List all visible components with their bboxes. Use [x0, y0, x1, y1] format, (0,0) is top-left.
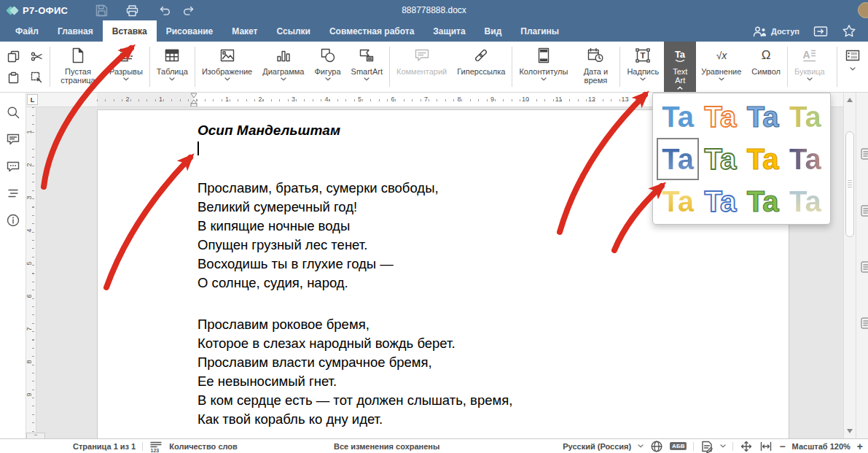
select-button[interactable]: [28, 68, 45, 88]
toolbar-button-smartart[interactable]: SmartArt: [346, 42, 388, 92]
toolbar-button-label: Таблица: [157, 67, 188, 76]
poem-line: Прославим власти сумрачное бремя,: [198, 353, 512, 372]
zoom-out-button[interactable]: −: [779, 441, 785, 452]
toolbar-button-chart[interactable]: Диаграмма: [257, 42, 309, 92]
chevron-down-icon: [638, 444, 644, 448]
textart-style-11[interactable]: Ta: [742, 180, 784, 222]
poem-line: Восходишь ты в глухие годы —: [198, 255, 439, 274]
tab-plugins[interactable]: Плагины: [511, 20, 568, 42]
textart-style-6[interactable]: Ta: [699, 138, 741, 180]
header-footer-icon: [535, 45, 552, 66]
fit-width-icon[interactable]: [759, 440, 773, 453]
settings-panel-icon[interactable]: [861, 205, 868, 220]
tab-stop-selector[interactable]: L: [27, 94, 38, 105]
page-indicator[interactable]: Страница 1 из 1: [73, 442, 136, 451]
open-file-location-icon[interactable]: [813, 26, 828, 37]
tab-protection[interactable]: Защита: [423, 20, 474, 42]
tab-insert[interactable]: Вставка: [103, 20, 157, 42]
scroll-up-arrow-icon[interactable]: [847, 98, 853, 102]
toolbar-button-hyperlink[interactable]: Гиперссылка: [452, 42, 510, 92]
toolbar-button-dropcap: AБуквица: [789, 42, 830, 92]
textart-style-7[interactable]: Ta: [742, 138, 784, 180]
toolbar-button-shape[interactable]: Фигура: [309, 42, 345, 92]
date-time-icon: [587, 45, 604, 66]
chevron-down-icon: [640, 77, 646, 82]
sidebar-item-about[interactable]: [6, 214, 20, 229]
toolbar-button-equation[interactable]: √xУравнение: [696, 42, 746, 92]
textart-style-8[interactable]: Ta: [784, 138, 826, 180]
ruler-number: 8: [26, 360, 33, 363]
ruler-number: 6: [391, 96, 394, 103]
vertical-ruler[interactable]: 123456789: [26, 107, 36, 438]
toolbar-button-breaks[interactable]: Разрывы: [104, 42, 148, 92]
ruler-number: 1: [26, 130, 33, 133]
copy-button[interactable]: [4, 47, 22, 66]
language-selector[interactable]: Русский (Россия): [563, 442, 631, 451]
toolbar-button-blank-page[interactable]: Пустая страница: [52, 42, 104, 92]
paste-button[interactable]: [4, 68, 22, 88]
tab-file[interactable]: Файл: [6, 20, 48, 42]
textart-style-4[interactable]: Ta: [784, 96, 826, 138]
settings-panel-icon[interactable]: [861, 261, 868, 276]
toolbar-button-label: Колонтитулы: [519, 67, 568, 76]
settings-panel-icon[interactable]: [861, 317, 868, 332]
toolbar-button-textbox[interactable]: TНадпись: [622, 42, 664, 92]
indent-markers[interactable]: [188, 93, 200, 107]
toolbar-button-image[interactable]: Изображение: [197, 42, 257, 92]
word-count-icon[interactable]: 123: [149, 440, 163, 453]
toolbar-button-label: Уравнение: [701, 67, 741, 76]
toolbar-button-headers-footers[interactable]: Колонтитулы: [514, 42, 573, 92]
toolbar-button-contents[interactable]: [839, 42, 867, 92]
tab-layout[interactable]: Макет: [222, 20, 267, 42]
textart-style-3[interactable]: Ta: [742, 96, 784, 138]
cut-button[interactable]: [28, 47, 45, 66]
tab-view[interactable]: Вид: [475, 20, 512, 42]
sidebar-item-comments[interactable]: [6, 133, 20, 148]
textart-style-2[interactable]: Ta: [699, 96, 741, 138]
textart-style-5[interactable]: Ta: [657, 138, 699, 180]
fit-page-icon[interactable]: [740, 440, 753, 453]
vertical-scrollbar[interactable]: [843, 93, 856, 438]
access-button[interactable]: Доступ: [753, 26, 799, 37]
ruler-number: 2: [125, 96, 129, 103]
favorite-star-icon[interactable]: [842, 24, 856, 38]
toolbar-button-textart[interactable]: TaText Art: [664, 42, 696, 92]
word-count-label[interactable]: Количество слов: [169, 442, 238, 451]
track-changes-icon[interactable]: [700, 440, 713, 453]
ruler-number: 10: [522, 96, 529, 103]
textart-style-9[interactable]: Ta: [657, 180, 699, 222]
search-icon: [6, 105, 20, 123]
toolbar-button-symbol[interactable]: ΩСимвол: [746, 42, 786, 92]
spellcheck-toggle[interactable]: АБВ: [670, 442, 687, 450]
toolbar-button-label: Символ: [751, 67, 781, 76]
sidebar-item-search[interactable]: [6, 107, 20, 121]
scrollbar-thumb[interactable]: [845, 131, 854, 237]
ruler-number: 2: [258, 96, 262, 103]
tab-collaboration[interactable]: Совместная работа: [320, 20, 423, 42]
toolbar-button-date-time[interactable]: Дата и время: [573, 42, 618, 92]
settings-panel-icon[interactable]: [861, 148, 868, 163]
text-cursor: [198, 142, 199, 155]
toolbar-button-label: Дата и время: [578, 67, 613, 85]
textart-style-1[interactable]: Ta: [657, 96, 699, 138]
document-language-globe-icon[interactable]: [650, 440, 663, 453]
textart-icon: Ta: [671, 45, 689, 66]
ruler-number: 5: [26, 261, 33, 265]
sidebar-item-navigation[interactable]: [6, 187, 20, 202]
svg-text:T: T: [641, 51, 646, 60]
scroll-down-arrow-icon[interactable]: [847, 429, 853, 433]
toolbar-button-table[interactable]: Таблица: [152, 42, 193, 92]
poem-line: Как твой корабль ко дну идет.: [198, 410, 512, 429]
toolbar-button-label: Разрывы: [109, 67, 143, 76]
poem-line: Которое в слезах народный вождь берет.: [198, 334, 512, 353]
textart-style-10[interactable]: Ta: [699, 180, 741, 222]
zoom-in-button[interactable]: +: [857, 441, 863, 452]
tab-draw[interactable]: Рисование: [157, 20, 223, 42]
tab-references[interactable]: Ссылки: [267, 20, 319, 42]
ruler-collapse-tab[interactable]: −: [26, 433, 45, 438]
toolbar-divider: [787, 47, 788, 87]
tab-home[interactable]: Главная: [48, 20, 103, 42]
svg-text:Ta: Ta: [675, 49, 686, 60]
sidebar-item-chat[interactable]: [6, 160, 20, 175]
textart-style-12[interactable]: Ta: [784, 180, 826, 222]
